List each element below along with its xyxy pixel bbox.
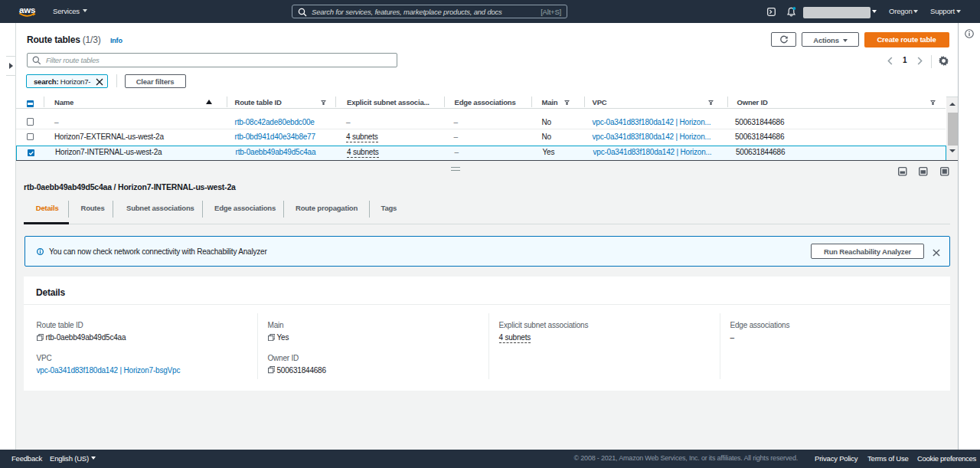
svg-text:aws: aws	[19, 5, 35, 15]
